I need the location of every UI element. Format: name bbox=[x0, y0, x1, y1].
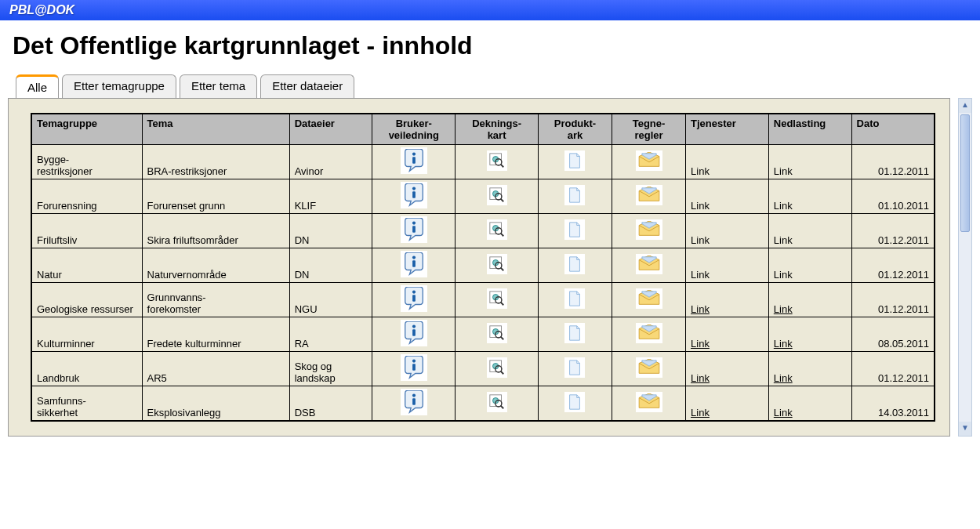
document-icon-cell[interactable] bbox=[538, 386, 612, 421]
info-icon-cell[interactable] bbox=[372, 317, 456, 352]
document-icon-cell[interactable] bbox=[538, 145, 612, 179]
envelope-icon[interactable] bbox=[636, 185, 662, 205]
document-icon[interactable] bbox=[564, 185, 585, 205]
nedlasting-link: Link bbox=[774, 407, 793, 418]
tab-etter-tema[interactable]: Etter tema bbox=[180, 74, 257, 98]
map-search-icon[interactable] bbox=[487, 254, 507, 274]
cell-dato: 01.12.2011 bbox=[851, 214, 935, 248]
cell-tjenester[interactable]: Link bbox=[686, 283, 769, 317]
envelope-icon[interactable] bbox=[636, 150, 662, 171]
tab-etter-dataeier[interactable]: Etter dataeier bbox=[260, 74, 354, 98]
document-icon-cell[interactable] bbox=[538, 283, 612, 317]
map-search-icon-cell[interactable] bbox=[456, 386, 539, 421]
envelope-icon-cell[interactable] bbox=[612, 352, 686, 386]
info-icon[interactable] bbox=[401, 354, 427, 381]
info-icon-cell[interactable] bbox=[372, 248, 456, 283]
document-icon[interactable] bbox=[564, 392, 585, 412]
tjenester-link: Link bbox=[691, 269, 710, 281]
envelope-icon-cell[interactable] bbox=[612, 248, 686, 283]
map-search-icon-cell[interactable] bbox=[456, 352, 539, 386]
envelope-icon-cell[interactable] bbox=[612, 179, 686, 214]
info-icon-cell[interactable] bbox=[372, 179, 456, 214]
cell-tjenester[interactable]: Link bbox=[686, 214, 769, 248]
cell-nedlasting[interactable]: Link bbox=[768, 179, 851, 214]
map-search-icon[interactable] bbox=[487, 392, 507, 412]
cell-dataeier: DN bbox=[289, 248, 372, 283]
cell-tjenester[interactable]: Link bbox=[686, 352, 769, 386]
info-icon[interactable] bbox=[401, 285, 427, 312]
cell-nedlasting[interactable]: Link bbox=[768, 317, 851, 352]
info-icon[interactable] bbox=[401, 251, 427, 277]
document-icon[interactable] bbox=[564, 288, 585, 309]
tjenester-link: Link bbox=[691, 338, 710, 350]
scroll-up-button[interactable]: ▲ bbox=[959, 99, 971, 113]
cell-nedlasting[interactable]: Link bbox=[768, 145, 851, 179]
document-icon-cell[interactable] bbox=[538, 352, 612, 386]
cell-tema: BRA-restriksjoner bbox=[142, 145, 289, 179]
map-search-icon-cell[interactable] bbox=[456, 145, 539, 179]
tjenester-link: Link bbox=[691, 303, 710, 315]
cell-tjenester[interactable]: Link bbox=[686, 179, 769, 214]
map-search-icon[interactable] bbox=[487, 185, 507, 205]
envelope-icon[interactable] bbox=[636, 392, 662, 412]
info-icon-cell[interactable] bbox=[372, 214, 456, 248]
cell-tjenester[interactable]: Link bbox=[686, 248, 769, 283]
scroll-thumb[interactable] bbox=[960, 114, 970, 232]
info-icon-cell[interactable] bbox=[372, 283, 456, 317]
col-dato: Dato bbox=[851, 114, 935, 145]
envelope-icon-cell[interactable] bbox=[612, 317, 686, 352]
cell-nedlasting[interactable]: Link bbox=[768, 352, 851, 386]
document-icon-cell[interactable] bbox=[538, 179, 612, 214]
info-icon-cell[interactable] bbox=[372, 145, 456, 179]
cell-dato: 01.12.2011 bbox=[851, 352, 935, 386]
map-search-icon[interactable] bbox=[487, 357, 507, 378]
envelope-icon[interactable] bbox=[636, 357, 662, 378]
document-icon[interactable] bbox=[564, 219, 585, 240]
map-search-icon-cell[interactable] bbox=[456, 283, 539, 317]
info-icon-cell[interactable] bbox=[372, 386, 456, 421]
cell-tjenester[interactable]: Link bbox=[686, 386, 769, 421]
document-icon-cell[interactable] bbox=[538, 214, 612, 248]
map-search-icon[interactable] bbox=[487, 288, 507, 309]
envelope-icon[interactable] bbox=[636, 288, 662, 309]
cell-nedlasting[interactable]: Link bbox=[768, 386, 851, 421]
info-icon-cell[interactable] bbox=[372, 352, 456, 386]
info-icon[interactable] bbox=[401, 147, 427, 174]
cell-tema: Grunnvanns-forekomster bbox=[142, 283, 289, 317]
map-search-icon-cell[interactable] bbox=[456, 248, 539, 283]
envelope-icon[interactable] bbox=[636, 254, 662, 274]
info-icon[interactable] bbox=[401, 216, 427, 243]
cell-temagruppe: Friluftsliv bbox=[31, 214, 142, 248]
envelope-icon-cell[interactable] bbox=[612, 386, 686, 421]
envelope-icon-cell[interactable] bbox=[612, 283, 686, 317]
info-icon[interactable] bbox=[401, 182, 427, 208]
envelope-icon[interactable] bbox=[636, 219, 662, 240]
envelope-icon-cell[interactable] bbox=[612, 214, 686, 248]
envelope-icon-cell[interactable] bbox=[612, 145, 686, 179]
document-icon[interactable] bbox=[564, 357, 585, 378]
col-dekningskart: Deknings-kart bbox=[456, 114, 539, 145]
info-icon[interactable] bbox=[401, 389, 427, 415]
info-icon[interactable] bbox=[401, 320, 427, 346]
map-search-icon[interactable] bbox=[487, 323, 507, 343]
map-search-icon-cell[interactable] bbox=[456, 179, 539, 214]
cell-nedlasting[interactable]: Link bbox=[768, 248, 851, 283]
document-icon[interactable] bbox=[564, 150, 585, 171]
scroll-down-button[interactable]: ▼ bbox=[959, 422, 971, 436]
map-search-icon-cell[interactable] bbox=[456, 317, 539, 352]
map-search-icon-cell[interactable] bbox=[456, 214, 539, 248]
cell-tjenester[interactable]: Link bbox=[686, 317, 769, 352]
map-search-icon[interactable] bbox=[487, 219, 507, 240]
document-icon-cell[interactable] bbox=[538, 317, 612, 352]
document-icon-cell[interactable] bbox=[538, 248, 612, 283]
cell-tjenester[interactable]: Link bbox=[686, 145, 769, 179]
tab-etter-temagruppe[interactable]: Etter temagruppe bbox=[62, 74, 176, 98]
cell-nedlasting[interactable]: Link bbox=[768, 214, 851, 248]
tab-alle[interactable]: Alle bbox=[16, 74, 59, 98]
vertical-scrollbar[interactable]: ▲ ▼ bbox=[958, 98, 972, 437]
document-icon[interactable] bbox=[564, 254, 585, 274]
document-icon[interactable] bbox=[564, 323, 585, 343]
envelope-icon[interactable] bbox=[636, 323, 662, 343]
map-search-icon[interactable] bbox=[487, 150, 507, 171]
cell-nedlasting[interactable]: Link bbox=[768, 283, 851, 317]
